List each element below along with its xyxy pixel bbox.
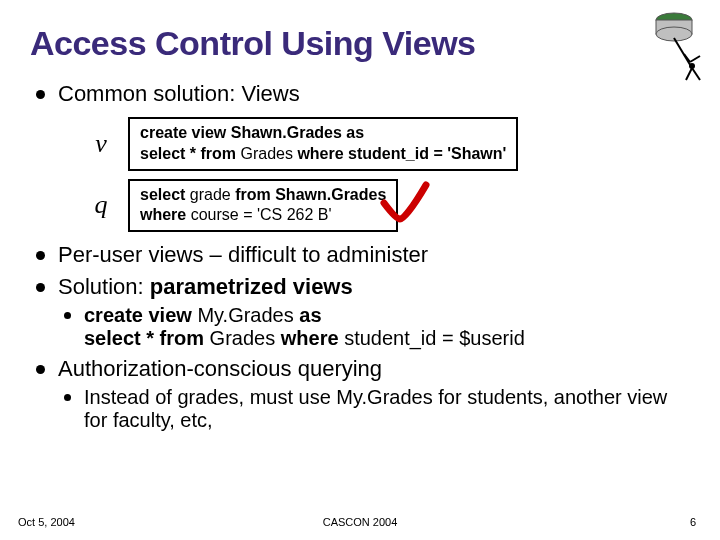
t: select — [140, 186, 190, 203]
t: My.Grades — [197, 304, 293, 326]
t: create view — [84, 304, 197, 326]
svg-line-6 — [690, 56, 700, 62]
svg-line-3 — [674, 38, 692, 68]
t: where — [275, 327, 344, 349]
t: grade — [190, 186, 231, 203]
bullet-list: Common solution: Views — [30, 81, 690, 107]
query-row: q select grade from Shawn.Grades where c… — [84, 179, 690, 233]
svg-line-8 — [692, 68, 700, 80]
vq-block: v create view Shawn.Grades as select * f… — [84, 117, 690, 232]
slide-title: Access Control Using Views — [30, 24, 690, 63]
t: student_id = 'Shawn' — [348, 145, 506, 162]
t: Solution: — [58, 274, 150, 299]
view-definition-row: v create view Shawn.Grades as select * f… — [84, 117, 690, 171]
bullet-list-2: Per-user views – difficult to administer… — [30, 242, 690, 432]
t: parametrized views — [150, 274, 353, 299]
t: Shawn.Grades — [275, 186, 386, 203]
t: create view — [140, 124, 231, 141]
t: student_id = $userid — [344, 327, 525, 349]
t: course = 'CS 262 B' — [191, 206, 332, 223]
bullet-per-user: Per-user views – difficult to administer — [30, 242, 690, 268]
t: from — [231, 186, 275, 203]
bullet-common-solution: Common solution: Views — [30, 81, 690, 107]
t: as — [294, 304, 322, 326]
v-label: v — [84, 129, 118, 159]
slide: Access Control Using Views Common soluti… — [0, 0, 720, 540]
footer: Oct 5, 2004 CASCON 2004 6 — [0, 516, 720, 528]
bullet-solution: Solution: parametrized views create view… — [30, 274, 690, 350]
check-icon — [378, 175, 432, 229]
q-label: q — [84, 190, 118, 220]
view-definition-code: create view Shawn.Grades as select * fro… — [128, 117, 518, 171]
sub-list-param: create view My.Grades as select * from G… — [58, 304, 690, 350]
query-code: select grade from Shawn.Grades where cou… — [128, 179, 398, 233]
t: Shawn.Grades — [231, 124, 342, 141]
footer-center: CASCON 2004 — [0, 516, 720, 528]
sub-instead: Instead of grades, must use My.Grades fo… — [58, 386, 690, 432]
t: where — [140, 206, 191, 223]
t: select * from — [140, 145, 240, 162]
svg-line-7 — [686, 68, 692, 80]
footer-page: 6 — [690, 516, 696, 528]
sub-list-auth: Instead of grades, must use My.Grades fo… — [58, 386, 690, 432]
t: Authorization-conscious querying — [58, 356, 382, 381]
t: as — [342, 124, 364, 141]
corner-image — [630, 6, 710, 86]
footer-date: Oct 5, 2004 — [18, 516, 75, 528]
t: Grades — [240, 145, 292, 162]
sub-create-view: create view My.Grades as select * from G… — [58, 304, 690, 350]
t: select * from — [84, 327, 210, 349]
t: Grades — [210, 327, 276, 349]
bullet-auth-conscious: Authorization-conscious querying Instead… — [30, 356, 690, 432]
t: where — [293, 145, 348, 162]
